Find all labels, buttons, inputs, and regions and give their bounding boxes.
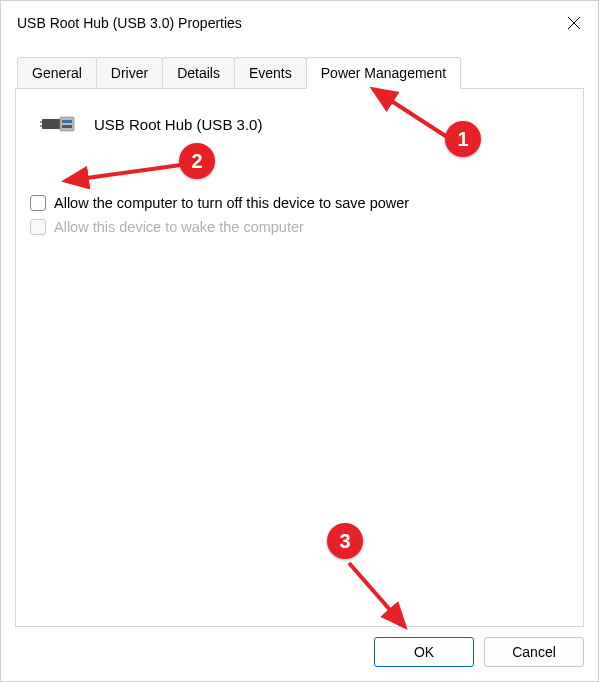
titlebar: USB Root Hub (USB 3.0) Properties: [1, 1, 598, 45]
button-row: OK Cancel: [15, 637, 584, 667]
properties-dialog: USB Root Hub (USB 3.0) Properties Genera…: [0, 0, 599, 682]
ok-button[interactable]: OK: [374, 637, 474, 667]
checkbox-label: Allow the computer to turn off this devi…: [54, 195, 409, 211]
tab-details[interactable]: Details: [162, 57, 235, 88]
tab-panel: USB Root Hub (USB 3.0) Allow the compute…: [15, 89, 584, 627]
window-title: USB Root Hub (USB 3.0) Properties: [17, 15, 242, 31]
usb-connector-icon: [40, 109, 80, 139]
close-icon: [567, 16, 581, 30]
device-row: USB Root Hub (USB 3.0): [40, 109, 569, 139]
tabstrip: General Driver Details Events Power Mana…: [15, 57, 584, 89]
checkbox-allow-wake: Allow this device to wake the computer: [30, 219, 569, 235]
checkbox-box-icon: [30, 195, 46, 211]
annotation-badge-1: 1: [445, 121, 481, 157]
tab-power-management[interactable]: Power Management: [306, 57, 461, 89]
checkbox-allow-turn-off[interactable]: Allow the computer to turn off this devi…: [30, 195, 569, 211]
svg-rect-4: [62, 120, 72, 123]
annotation-badge-3: 3: [327, 523, 363, 559]
annotation-label: 2: [191, 150, 202, 173]
annotation-badge-2: 2: [179, 143, 215, 179]
device-name: USB Root Hub (USB 3.0): [94, 116, 262, 133]
tab-driver[interactable]: Driver: [96, 57, 163, 88]
svg-rect-3: [60, 117, 74, 131]
content-area: General Driver Details Events Power Mana…: [1, 45, 598, 681]
tab-general[interactable]: General: [17, 57, 97, 88]
close-button[interactable]: [550, 1, 598, 45]
cancel-button[interactable]: Cancel: [484, 637, 584, 667]
checkbox-box-icon: [30, 219, 46, 235]
tab-events[interactable]: Events: [234, 57, 307, 88]
checkbox-label: Allow this device to wake the computer: [54, 219, 304, 235]
annotation-label: 1: [457, 128, 468, 151]
svg-rect-2: [42, 119, 62, 129]
svg-rect-5: [62, 125, 72, 128]
annotation-label: 3: [339, 530, 350, 553]
